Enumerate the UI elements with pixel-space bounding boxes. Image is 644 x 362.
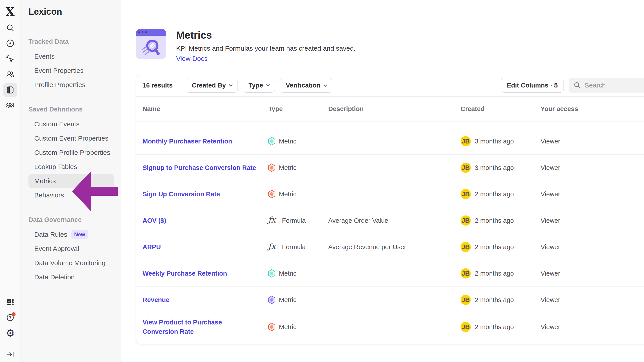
metric-type-icon (268, 323, 275, 331)
section-data-governance: Data Governance (28, 216, 121, 223)
scrolled-row-sliver (136, 122, 644, 128)
cursor-click-icon (6, 54, 15, 63)
settings-button[interactable]: ⚙ (3, 326, 17, 340)
avatar: JB (460, 242, 471, 252)
discover-nav-button[interactable] (3, 36, 17, 50)
events-nav-button[interactable] (3, 52, 17, 66)
sidebar-item-event-approval[interactable]: Event Approval (28, 242, 114, 256)
table-row: ARPU Formula Average Revenue per User JB… (136, 234, 644, 260)
collapse-panel-button[interactable] (3, 347, 17, 361)
metrics-table-card: 16 results Created By Type Verification … (136, 74, 644, 343)
edit-columns-button[interactable]: Edit Columns · 5 (501, 78, 564, 93)
metric-name-link[interactable]: AOV ($) (142, 216, 268, 225)
metric-name-link[interactable]: Signup to Purchase Conversion Rate (142, 163, 268, 172)
mixpanel-logo-icon: X (6, 3, 14, 20)
metrics-hero-icon (136, 29, 166, 59)
magnifier-illustration-icon (140, 37, 162, 58)
sidebar-item-lookup-tables[interactable]: Lookup Tables (28, 160, 114, 174)
metric-name-link[interactable]: Revenue (142, 295, 268, 305)
chevron-down-icon (266, 83, 270, 87)
sidebar-item-profile-properties[interactable]: Profile Properties (28, 78, 114, 92)
sidebar-item-custom-profile-properties[interactable]: Custom Profile Properties (28, 146, 114, 160)
sidebar-title: Lexicon (28, 7, 121, 17)
sidebar-item-custom-events[interactable]: Custom Events (28, 117, 114, 131)
notification-dot (12, 312, 16, 316)
metric-name-link[interactable]: View Product to Purchase Conversion Rate (142, 318, 268, 336)
lexicon-nav-button[interactable] (3, 83, 17, 97)
sidebar-item-metrics[interactable]: Metrics (28, 174, 114, 188)
table-row: AOV ($) Formula Average Order Value JB2 … (136, 207, 644, 234)
avatar: JB (460, 322, 471, 332)
icon-rail: X + (0, 0, 20, 362)
table-row: Sign Up Conversion Rate Metric JB2 month… (136, 181, 644, 207)
metric-type-icon (268, 269, 275, 278)
section-tracked-data: Tracked Data (28, 38, 121, 45)
results-count: 16 results (142, 82, 172, 89)
col-name: Name (142, 105, 268, 113)
table-search (568, 78, 644, 93)
sidebar-item-events[interactable]: Events (28, 49, 114, 63)
users-icon (6, 70, 15, 79)
collapse-arrow-icon (6, 350, 15, 359)
metric-type-icon (268, 137, 275, 146)
rail-divider (0, 343, 20, 343)
search-icon (574, 81, 581, 89)
group-icon (6, 101, 15, 110)
cohorts-nav-button[interactable] (3, 98, 17, 113)
sidebar-item-data-volume-monitoring[interactable]: Data Volume Monitoring (28, 256, 114, 270)
avatar: JB (460, 163, 471, 173)
avatar: JB (460, 136, 471, 146)
formula-type-icon (268, 242, 278, 252)
sidebar-item-data-deletion[interactable]: Data Deletion (28, 270, 114, 284)
avatar: JB (460, 295, 471, 305)
col-type: Type (268, 105, 328, 113)
avatar: JB (460, 189, 471, 199)
users-nav-button[interactable] (3, 67, 17, 81)
metric-name-link[interactable]: Sign Up Conversion Rate (142, 189, 268, 199)
avatar: JB (460, 268, 471, 279)
hero-browser-bar (136, 29, 166, 36)
sidebar-item-event-properties[interactable]: Event Properties (28, 63, 114, 78)
metric-type-icon (268, 190, 275, 198)
page-title: Metrics (176, 29, 356, 41)
table-row: View Product to Purchase Conversion Rate… (136, 313, 644, 341)
new-badge: New (71, 230, 88, 239)
metric-type-icon (268, 164, 275, 172)
svg-text:?: ? (9, 315, 11, 320)
metric-name-link[interactable]: ARPU (142, 242, 268, 252)
formula-type-icon (268, 216, 278, 225)
help-button[interactable]: ? (3, 311, 17, 325)
sidebar-item-custom-event-properties[interactable]: Custom Event Properties (28, 131, 114, 146)
col-description: Description (328, 105, 460, 113)
chevron-down-icon (229, 83, 232, 87)
search-icon (6, 23, 15, 32)
table-row: Revenue Metric JB2 months ago Viewer (136, 287, 644, 313)
metric-name-link[interactable]: Monthly Purchaser Retention (142, 137, 268, 146)
page-header: Metrics KPI Metrics and Formulas your te… (136, 29, 356, 62)
col-your-access: Your access (540, 105, 644, 113)
section-saved-definitions: Saved Definitions (28, 106, 121, 113)
table-header-row: Name Type Description Created Your acces… (136, 97, 644, 122)
filter-created-by[interactable]: Created By (186, 78, 238, 93)
toolbar-divider (179, 79, 179, 91)
table-toolbar: 16 results Created By Type Verification … (136, 74, 644, 97)
filter-type[interactable]: Type (242, 78, 275, 93)
compass-icon (6, 39, 15, 48)
lexicon-book-icon (6, 85, 15, 95)
table-row: Weekly Purchase Retention Metric JB2 mon… (136, 260, 644, 287)
sidebar-item-data-rules[interactable]: Data Rules New (28, 227, 114, 242)
view-docs-link[interactable]: View Docs (176, 55, 208, 62)
lexicon-sidebar: Lexicon Tracked Data Events Event Proper… (20, 0, 122, 362)
page-description: KPI Metrics and Formulas your team has c… (176, 45, 356, 52)
metric-name-link[interactable]: Weekly Purchase Retention (142, 269, 268, 278)
sidebar-item-behaviors[interactable]: Behaviors (28, 188, 114, 202)
filter-verification[interactable]: Verification (280, 78, 332, 93)
apps-grid-icon (6, 297, 15, 307)
table-row: Monthly Purchaser Retention Metric JB3 m… (136, 128, 644, 155)
apps-nav-button[interactable] (3, 295, 17, 309)
search-nav-button[interactable] (3, 21, 17, 35)
avatar: JB (460, 215, 471, 226)
gear-icon: ⚙ (6, 328, 15, 338)
metric-type-icon (268, 296, 275, 304)
search-input[interactable] (585, 81, 640, 89)
